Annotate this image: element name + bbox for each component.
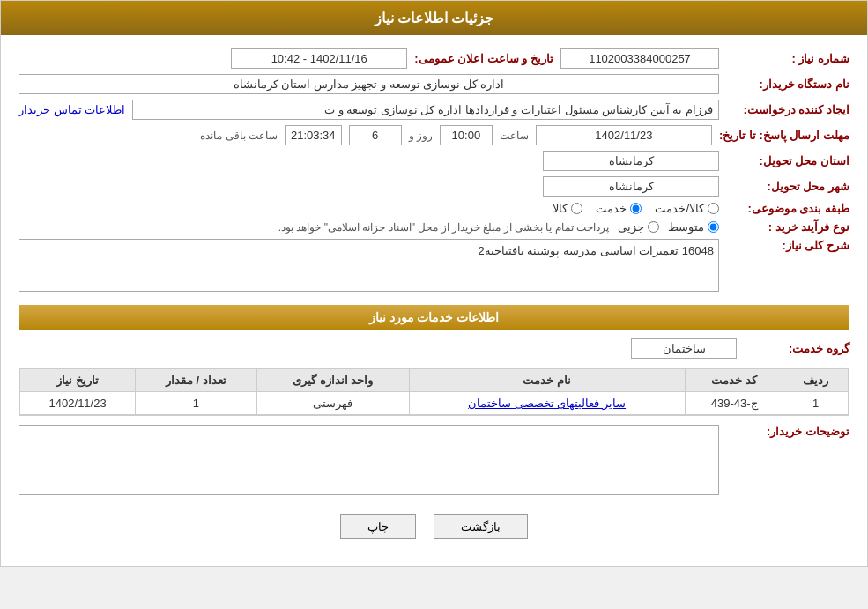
services-table: ردیف کد خدمت نام خدمت واحد اندازه گیری ت… bbox=[19, 368, 849, 415]
need-number-row: شماره نیاز : 1102003384000257 تاریخ و سا… bbox=[19, 48, 849, 69]
buyer-org-value: اداره کل نوسازی توسعه و تجهیز مدارس استا… bbox=[19, 74, 719, 94]
cell-service-code: ج-43-439 bbox=[685, 392, 783, 415]
cell-row-num: 1 bbox=[783, 392, 849, 415]
table-header-row: ردیف کد خدمت نام خدمت واحد اندازه گیری ت… bbox=[20, 369, 849, 392]
creator-label: ایجاد کننده درخواست: bbox=[726, 103, 849, 116]
purchase-type-row: نوع فرآیند خرید : متوسط جزیی پرداخت تمام… bbox=[19, 220, 849, 234]
col-service-name: نام خدمت bbox=[409, 369, 685, 392]
service-group-row: گروه خدمت: ساختمان bbox=[19, 338, 849, 359]
deadline-remaining: 21:03:34 bbox=[285, 125, 342, 145]
col-unit: واحد اندازه گیری bbox=[256, 369, 409, 392]
buyer-org-label: نام دستگاه خریدار: bbox=[726, 78, 849, 91]
need-desc-row: شرح کلی نیاز: 16048 تعمیرات اساسی مدرسه … bbox=[19, 239, 849, 292]
need-desc-value: 16048 تعمیرات اساسی مدرسه پوشینه بافتیاج… bbox=[19, 239, 719, 292]
need-number-value: 1102003384000257 bbox=[560, 48, 719, 69]
deadline-row: مهلت ارسال پاسخ: تا تاریخ: 1402/11/23 سا… bbox=[19, 125, 849, 145]
category-kala-khedmat-radio[interactable] bbox=[708, 203, 719, 214]
deadline-label: مهلت ارسال پاسخ: تا تاریخ: bbox=[719, 129, 849, 142]
deadline-time-label: ساعت bbox=[500, 130, 529, 142]
need-number-label: شماره نیاز : bbox=[726, 52, 849, 65]
category-khedmat[interactable]: خدمت bbox=[596, 202, 642, 215]
category-kala-khedmat-label: کالا/خدمت bbox=[655, 202, 704, 215]
creator-row: ایجاد کننده درخواست: فرزام به آیین کارشن… bbox=[19, 100, 849, 120]
buyer-desc-label: توضیحات خریدار: bbox=[726, 425, 849, 438]
category-kala-khedmat[interactable]: کالا/خدمت bbox=[655, 202, 719, 215]
service-group-label: گروه خدمت: bbox=[744, 342, 849, 355]
services-table-container: ردیف کد خدمت نام خدمت واحد اندازه گیری ت… bbox=[19, 368, 849, 416]
city-label: شهر محل تحویل: bbox=[726, 180, 849, 193]
footer-buttons: بازگشت چاپ bbox=[19, 501, 849, 553]
purchase-type-label: نوع فرآیند خرید : bbox=[726, 220, 849, 234]
category-label: طبقه بندی موضوعی: bbox=[726, 202, 849, 215]
category-row: طبقه بندی موضوعی: کالا/خدمت خدمت کالا bbox=[19, 202, 849, 215]
purchase-motavasset-radio[interactable] bbox=[708, 221, 719, 233]
category-khedmat-label: خدمت bbox=[596, 202, 627, 215]
purchase-jozi[interactable]: جزیی bbox=[618, 220, 659, 234]
purchase-jozi-radio[interactable] bbox=[648, 221, 659, 233]
col-date: تاریخ نیاز bbox=[20, 369, 136, 392]
service-group-value: ساختمان bbox=[631, 338, 737, 359]
announcement-label: تاریخ و ساعت اعلان عمومی: bbox=[414, 52, 553, 65]
cell-service-name[interactable]: سایر فعالیتهای تخصصی ساختمان bbox=[409, 392, 685, 415]
cell-quantity: 1 bbox=[136, 392, 256, 415]
deadline-time: 10:00 bbox=[440, 125, 493, 145]
announcement-value: 1402/11/16 - 10:42 bbox=[231, 48, 407, 69]
cell-unit: فهرستی bbox=[256, 392, 409, 415]
services-section-title: اطلاعات خدمات مورد نیاز bbox=[19, 305, 849, 330]
col-row-num: ردیف bbox=[783, 369, 849, 392]
page-header: جزئیات اطلاعات نیاز bbox=[1, 1, 867, 35]
service-name-link[interactable]: سایر فعالیتهای تخصصی ساختمان bbox=[468, 397, 626, 410]
col-quantity: تعداد / مقدار bbox=[136, 369, 256, 392]
deadline-days: 6 bbox=[349, 125, 402, 145]
purchase-motavasset-label: متوسط bbox=[668, 220, 704, 234]
table-row: 1 ج-43-439 سایر فعالیتهای تخصصی ساختمان … bbox=[20, 392, 849, 415]
province-value: کرمانشاه bbox=[543, 151, 719, 171]
buyer-desc-textarea[interactable] bbox=[19, 425, 719, 495]
province-label: استان محل تحویل: bbox=[726, 154, 849, 167]
category-radio-group: کالا/خدمت خدمت کالا bbox=[553, 202, 719, 215]
category-khedmat-radio[interactable] bbox=[630, 203, 642, 214]
page-title: جزئیات اطلاعات نیاز bbox=[375, 11, 494, 26]
print-button[interactable]: چاپ bbox=[340, 514, 416, 539]
category-kala[interactable]: کالا bbox=[553, 202, 582, 215]
province-row: استان محل تحویل: کرمانشاه bbox=[19, 151, 849, 171]
category-kala-radio[interactable] bbox=[571, 203, 582, 214]
back-button[interactable]: بازگشت bbox=[434, 514, 528, 539]
creator-value: فرزام به آیین کارشناس مسئول اعتبارات و ق… bbox=[132, 100, 719, 120]
creator-link[interactable]: اطلاعات تماس خریدار bbox=[19, 103, 125, 116]
deadline-remaining-label: ساعت باقی مانده bbox=[200, 130, 278, 142]
deadline-day-label: روز و bbox=[409, 130, 433, 142]
buyer-org-row: نام دستگاه خریدار: اداره کل نوسازی توسعه… bbox=[19, 74, 849, 94]
deadline-date: 1402/11/23 bbox=[536, 125, 712, 145]
purchase-type-group: متوسط جزیی پرداخت تمام یا بخشی از مبلغ خ… bbox=[278, 220, 719, 234]
cell-date: 1402/11/23 bbox=[20, 392, 136, 415]
city-value: کرمانشاه bbox=[543, 176, 719, 197]
buyer-desc-row: توضیحات خریدار: bbox=[19, 425, 849, 495]
purchase-type-note: پرداخت تمام یا بخشی از مبلغ خریدار از مح… bbox=[278, 221, 609, 234]
purchase-jozi-label: جزیی bbox=[618, 220, 644, 234]
category-kala-label: کالا bbox=[553, 202, 568, 215]
purchase-motavasset[interactable]: متوسط bbox=[668, 220, 719, 234]
col-service-code: کد خدمت bbox=[685, 369, 783, 392]
city-row: شهر محل تحویل: کرمانشاه bbox=[19, 176, 849, 197]
need-desc-label: شرح کلی نیاز: bbox=[726, 239, 849, 252]
